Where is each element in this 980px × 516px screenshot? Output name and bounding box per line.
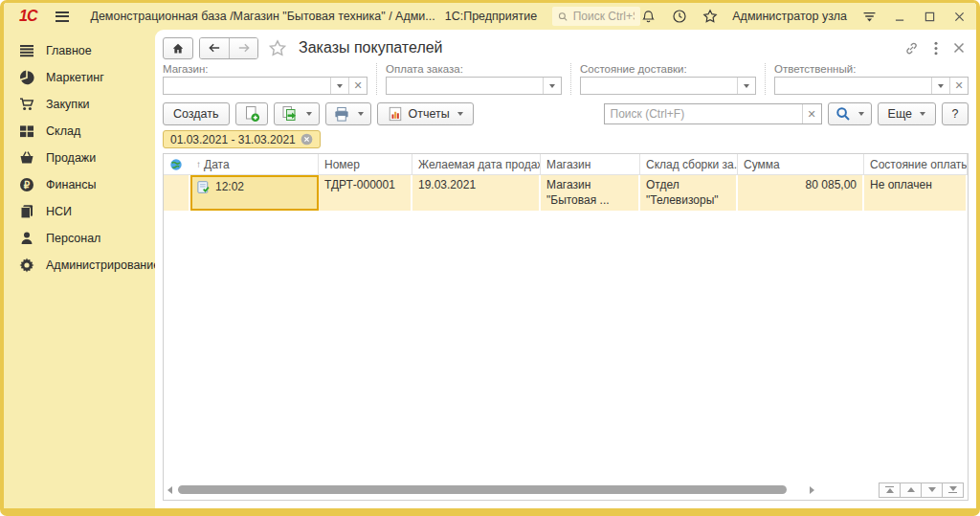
scrollbar-thumb[interactable] (178, 485, 787, 494)
filter-responsible-dropdown-icon[interactable] (931, 78, 949, 94)
get-link-icon[interactable] (904, 41, 919, 56)
help-button[interactable]: ? (942, 102, 969, 125)
basket-icon (19, 150, 34, 166)
sidebar-item-label: НСИ (46, 205, 72, 218)
filter-responsible-input[interactable] (775, 78, 931, 94)
filter-delivery-dropdown-icon[interactable] (737, 78, 755, 94)
copy-plus-icon (243, 105, 260, 123)
column-header-warehouse[interactable]: Склад сборки за... (640, 154, 738, 174)
sidebar-item-finance[interactable]: ₽ Финансы (4, 171, 155, 198)
order-date: 12:02 (215, 180, 244, 195)
reports-dropdown-icon (457, 112, 463, 116)
favorites-star-icon[interactable] (702, 9, 718, 25)
reports-button[interactable]: Отчеты (377, 102, 474, 125)
row-marker-cell[interactable] (164, 175, 190, 211)
sidebar-item-label: Администрирование (46, 258, 160, 272)
column-header-label: Склад сборки за... (646, 158, 738, 171)
sidebar-item-personnel[interactable]: Персонал (4, 225, 155, 252)
home-button[interactable] (163, 37, 193, 59)
warehouse-grid-icon (19, 123, 34, 139)
sum-cell[interactable]: 80 085,00 (738, 175, 864, 211)
form-menu-kebab-icon[interactable] (934, 41, 938, 56)
svg-text:₽: ₽ (24, 180, 31, 191)
list-search-clear-icon[interactable]: ✕ (802, 104, 821, 123)
sidebar-item-nsi[interactable]: НСИ (4, 198, 155, 225)
payment-status-cell[interactable]: Не оплачен (864, 175, 968, 211)
page-header: Заказы покупателей (161, 30, 970, 62)
desired-date-cell[interactable]: 19.03.2021 (412, 175, 541, 211)
column-header-date[interactable]: ↑ Дата (190, 154, 319, 174)
minimize-button[interactable] (892, 9, 907, 24)
back-button[interactable] (200, 38, 229, 58)
filter-store-input[interactable] (164, 78, 330, 94)
sidebar-item-label: Закупки (46, 98, 90, 111)
row-navigation-buttons (879, 482, 964, 498)
warehouse-cell[interactable]: Отдел "Телевизоры" (640, 175, 738, 211)
maximize-button[interactable] (922, 9, 937, 24)
scroll-left-icon[interactable] (167, 486, 172, 494)
column-header-store[interactable]: Магазин (541, 154, 640, 174)
report-chart-icon (388, 106, 403, 122)
list-search-field[interactable]: ✕ (604, 103, 822, 124)
add-to-favorites-star-icon[interactable] (268, 39, 287, 57)
sidebar-item-warehouse[interactable]: Склад (4, 118, 155, 145)
remove-filter-icon[interactable] (301, 133, 313, 146)
go-first-row-button[interactable] (879, 482, 901, 498)
create-button[interactable]: Создать (163, 102, 230, 125)
main-menu-icon[interactable] (56, 11, 69, 22)
notifications-bell-icon[interactable] (640, 9, 657, 25)
column-header-payment-status[interactable]: Состояние оплаты (864, 154, 968, 174)
sidebar-item-purchases[interactable]: Закупки (4, 91, 155, 118)
sidebar-item-label: Финансы (46, 178, 96, 191)
table-row[interactable]: 12:02 ТДРТ-000001 19.03.2021 Магазин "Бы… (164, 175, 968, 211)
filter-payment-input[interactable] (387, 78, 543, 94)
order-number-cell[interactable]: ТДРТ-000001 (319, 175, 412, 211)
column-header-desired-date[interactable]: Желаемая дата продажи (412, 154, 541, 174)
go-last-row-button[interactable] (942, 482, 964, 498)
column-header-sum[interactable]: Сумма (738, 154, 864, 174)
list-search-input[interactable] (605, 104, 802, 123)
more-button[interactable]: Еще (878, 102, 936, 125)
filter-store-clear-icon[interactable]: ✕ (348, 78, 367, 94)
create-by-copy-button[interactable] (235, 102, 268, 125)
user-name[interactable]: Администратор узла (732, 10, 847, 23)
go-next-row-button[interactable] (921, 482, 943, 498)
period-filter-chip[interactable]: 01.03.2021 - 31.03.2021 (163, 130, 321, 148)
service-menu-icon[interactable] (861, 9, 878, 25)
quick-filters: Магазин: ✕ Оплата заказа: Состояние (161, 62, 970, 99)
global-search-input[interactable] (573, 10, 635, 23)
sidebar-item-label: Главное (46, 44, 92, 57)
close-form-icon[interactable] (953, 42, 965, 54)
sidebar-item-sales[interactable]: Продажи (4, 145, 155, 171)
print-button[interactable] (325, 102, 371, 125)
globe-icon (169, 158, 183, 171)
forward-button[interactable] (229, 38, 257, 58)
table-footer (164, 482, 968, 500)
store-cell[interactable]: Магазин "Бытовая ... (541, 175, 640, 211)
column-header-number[interactable]: Номер (319, 154, 412, 174)
history-icon[interactable] (671, 9, 687, 25)
table-header-row: ↑ Дата Номер Желаемая дата продажи Магаз… (164, 154, 968, 175)
table-empty-area (164, 211, 968, 482)
horizontal-scrollbar[interactable] (177, 484, 805, 495)
payment-status: Не оплачен (870, 178, 932, 191)
scroll-right-icon[interactable] (810, 486, 814, 494)
sidebar-item-administration[interactable]: Администрирование (4, 252, 155, 279)
sidebar-item-marketing[interactable]: Маркетинг (4, 64, 155, 91)
go-previous-row-button[interactable] (900, 482, 922, 498)
filter-responsible-label: Ответственный: (774, 63, 969, 75)
filter-payment-dropdown-icon[interactable] (543, 78, 561, 94)
filter-store-dropdown-icon[interactable] (330, 78, 348, 94)
search-icon (558, 11, 568, 23)
filter-store-label: Магазин: (163, 63, 368, 75)
advanced-search-button[interactable] (828, 102, 872, 125)
app-window: 1С Демонстрационная база /Магазин "Бытов… (0, 0, 980, 516)
global-search[interactable] (552, 7, 640, 26)
date-cell-selected[interactable]: 12:02 (190, 175, 319, 211)
filter-delivery-input[interactable] (581, 78, 737, 94)
create-based-on-button[interactable] (274, 102, 320, 125)
sidebar-item-main[interactable]: Главное (4, 37, 155, 64)
filter-responsible-clear-icon[interactable]: ✕ (949, 78, 968, 94)
close-window-button[interactable] (951, 9, 967, 24)
sidebar-item-label: Продажи (46, 151, 96, 165)
